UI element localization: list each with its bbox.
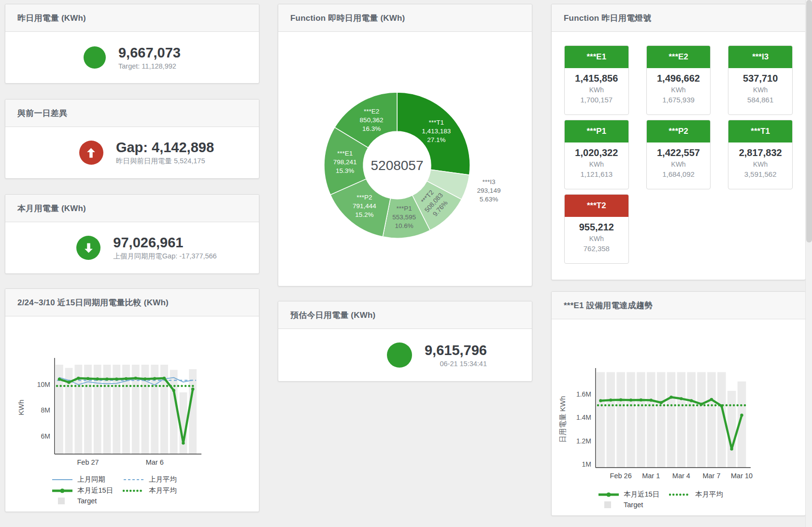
scrollbar[interactable] [805,0,812,527]
e1-trend-chart: 1M1.2M1.4M1.6M日用電量 KWhFeb 26Mar 1Mar 4Ma… [552,361,805,486]
panel-header[interactable]: 預估今日用電量 (KWh) [278,301,532,329]
legend-label: Target [77,497,97,505]
e1-trend-chart-legend: 本月近15日本月平均Target [552,490,805,509]
tile-label: ***P2 [647,120,711,142]
light-tile-P1: ***P11,020,322KWh1,121,613 [564,120,629,189]
legend-swatch-thick [598,491,620,499]
legend-swatch-square [51,497,73,505]
panel-header[interactable]: ***E1 設備用電達成趨勢 [552,292,805,319]
tile-label: ***T1 [728,120,792,142]
legend-label: 本月近15日 [77,486,113,495]
stat-subtitle: Target: 11,128,992 [118,62,181,70]
legend-item[interactable]: 本月平均 [123,486,194,495]
tile-target-value: 1,675,939 [647,96,711,104]
panel-header[interactable]: 昨日用電量 (KWh) [5,4,259,32]
legend-swatch-dotted [669,491,691,499]
legend-label: 本月平均 [149,486,177,495]
donut-center-value: 5208057 [370,158,423,173]
svg-text:Mar 1: Mar 1 [642,472,660,480]
compare-chart-legend: 上月同期上月平均本月近15日本月平均Target [5,475,259,505]
legend-row: Target [598,501,805,509]
legend-item[interactable]: 上月平均 [123,475,194,484]
tile-unit: KWh [728,160,792,168]
legend-row: 上月同期上月平均 [51,475,259,484]
panel-title: 2/24~3/10 近15日同期用電量比較 (KWh) [17,297,169,308]
legend-label: 本月平均 [695,490,723,499]
tile-unit: KWh [565,160,628,168]
svg-text:1.4M: 1.4M [576,413,591,421]
tile-target-value: 1,700,157 [565,96,628,104]
panel-title: 與前一日差異 [17,108,67,119]
panel-estimated-today: 預估今日用電量 (KWh) 9,615,796 06-21 15:34:41 [278,301,532,382]
legend-item[interactable]: Target [51,497,123,505]
panel-title: Function 昨日用電燈號 [564,13,651,24]
svg-text:10M: 10M [37,381,50,388]
svg-text:Feb 27: Feb 27 [77,458,99,466]
svg-text:日用電量 KWh: 日用電量 KWh [558,396,567,443]
tile-value: 537,710 [728,73,792,84]
tile-unit: KWh [647,86,711,94]
tile-target-value: 584,861 [728,96,792,104]
light-tile-T2: ***T2955,212KWh762,358 [564,194,629,264]
light-tile-T1: ***T12,817,832KWh3,591,562 [728,120,793,189]
svg-text:Feb 26: Feb 26 [610,472,632,480]
svg-text:1.2M: 1.2M [576,437,591,445]
tile-value: 1,422,557 [647,147,711,158]
legend-item[interactable]: 本月近15日 [598,490,669,499]
tile-target-value: 1,684,092 [647,170,711,178]
tile-label: ***E1 [565,46,628,68]
legend-item[interactable]: 上月同期 [51,475,123,484]
donut-svg: ***T11,413,18327.1%***I3293,1495.63%***T… [314,82,524,249]
panel-header[interactable]: 本月用電量 (KWh) [5,195,259,222]
legend-label: 上月同期 [77,475,105,484]
tile-target-value: 762,358 [565,244,628,253]
panel-yesterday-usage: 昨日用電量 (KWh) 9,667,073 Target: 11,128,992 [5,4,259,84]
light-tile-P2: ***P21,422,557KWh1,684,092 [646,120,711,189]
arrow-down-icon [82,242,95,255]
legend-swatch-thick [51,487,73,495]
stat-value: 9,615,796 [425,342,487,358]
chart-body: 6M8M10MKWhFeb 27Mar 6 上月同期上月平均本月近15日本月平均… [5,316,259,512]
panel-header[interactable]: 2/24~3/10 近15日同期用電量比較 (KWh) [5,289,259,316]
legend-label: 上月平均 [149,475,177,484]
legend-row: Target [51,497,259,505]
status-circle-icon [84,46,106,69]
panel-yesterday-lights: Function 昨日用電燈號 ***E11,415,856KWh1,700,1… [551,4,806,280]
arrow-up-icon [85,146,98,159]
panel-header[interactable]: 與前一日差異 [5,100,259,127]
legend-item[interactable]: 本月近15日 [51,486,123,495]
donut-chart: ***T11,413,18327.1%***I3293,1495.63%***T… [314,82,524,249]
panel-title: 本月用電量 (KWh) [17,203,86,214]
panel-header[interactable]: Function 昨日用電燈號 [552,4,805,32]
tile-value: 2,817,832 [728,147,792,158]
light-tile-I3: ***I3537,710KWh584,861 [728,45,793,115]
tile-unit: KWh [728,86,792,94]
stat-text: 9,615,796 06-21 15:34:41 [425,342,487,367]
legend-swatch-solid [51,476,73,484]
e1-chart-svg: 1M1.2M1.4M1.6M日用電量 KWhFeb 26Mar 1Mar 4Ma… [552,361,805,486]
stat-value: 9,667,073 [118,45,181,60]
legend-label: Target [624,501,643,509]
tile-value: 1,496,662 [647,73,711,84]
stat-body: Gap: 4,142,898 昨日與前日用電量 5,524,175 [5,127,259,178]
legend-swatch-dotted [123,487,145,495]
donut-slice-label: ***I3293,1495.63% [477,178,501,203]
chart-body: 1M1.2M1.4M1.6M日用電量 KWhFeb 26Mar 1Mar 4Ma… [552,319,805,515]
panel-gap-previous-day: 與前一日差異 Gap: 4,142,898 昨日與前日用電量 5,524,175 [5,99,259,179]
stat-value: Gap: 4,142,898 [116,140,214,155]
stat-text: Gap: 4,142,898 昨日與前日用電量 5,524,175 [116,140,214,166]
legend-swatch-square [598,501,620,509]
arrow-up-circle-icon [79,141,103,165]
panel-header[interactable]: Function 即時日用電量 (KWh) [278,4,532,32]
legend-item[interactable]: Target [598,501,669,509]
stat-value: 97,026,961 [113,235,216,250]
tile-label: ***I3 [728,46,792,68]
panel-15day-compare-chart: 2/24~3/10 近15日同期用電量比較 (KWh) 6M8M10MKWhFe… [5,288,259,512]
stat-body: 9,667,073 Target: 11,128,992 [5,32,259,83]
svg-text:Mar 4: Mar 4 [672,472,690,480]
tile-target-value: 3,591,562 [728,170,792,178]
scrollbar-thumb[interactable] [806,0,812,242]
panel-e1-trend-chart: ***E1 設備用電達成趨勢 1M1.2M1.4M1.6M日用電量 KWhFeb… [551,291,806,516]
donut-body: ***T11,413,18327.1%***I3293,1495.63%***T… [278,32,532,286]
legend-item[interactable]: 本月平均 [669,490,741,499]
